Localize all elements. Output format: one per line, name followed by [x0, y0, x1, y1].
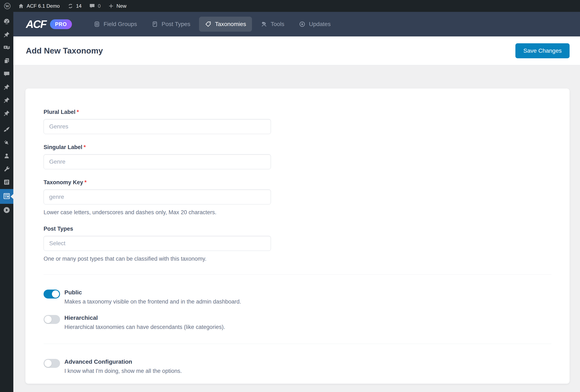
- taxonomy-key-helper: Lower case letters, underscores and dash…: [44, 209, 552, 216]
- sidebar-item-media[interactable]: [0, 41, 13, 55]
- sidebar-item-pin-2[interactable]: [0, 81, 13, 94]
- sidebar-item-acf[interactable]: [0, 189, 13, 204]
- field-post-types: Post Types One or many post types that c…: [44, 226, 552, 262]
- wordpress-logo-icon: W: [4, 2, 11, 9]
- pro-badge: PRO: [50, 19, 72, 29]
- public-toggle-description: Makes a taxonomy visible on the frontend…: [64, 298, 241, 305]
- content-area: Plural Label* Singular Label* Taxonomy K…: [13, 65, 580, 392]
- nav-tab-label: Updates: [309, 21, 330, 27]
- plus-icon: [108, 3, 114, 9]
- acf-nav-items: Field Groups Post Types Taxonomies Tools: [88, 17, 336, 32]
- sidebar-item-dashboard[interactable]: [0, 15, 13, 28]
- paintbrush-icon: [3, 126, 10, 134]
- post-types-helper: One or many post types that can be class…: [44, 255, 552, 262]
- comments-bubble-icon: [3, 70, 10, 78]
- acf-header-nav: ACF PRO Field Groups Post Types Taxonomi…: [13, 12, 580, 36]
- page-header: Add New Taxonomy Save Changes: [13, 36, 580, 65]
- public-toggle-label: Public: [64, 289, 241, 296]
- new-label: New: [117, 3, 127, 9]
- nav-tab-tools[interactable]: Tools: [255, 17, 290, 32]
- updates-indicator[interactable]: 14: [64, 0, 85, 12]
- wordpress-menu-button[interactable]: W: [0, 0, 14, 12]
- required-marker: *: [84, 144, 86, 150]
- singular-label-input[interactable]: [44, 154, 271, 169]
- main-area: ACF PRO Field Groups Post Types Taxonomi…: [13, 12, 580, 392]
- update-count: 14: [76, 3, 82, 9]
- sidebar-item-pin-3[interactable]: [0, 94, 13, 107]
- play-circle-icon: [3, 206, 11, 215]
- nav-tab-label: Tools: [271, 21, 284, 27]
- singular-label-text: Singular Label: [44, 144, 82, 150]
- nav-tab-taxonomies[interactable]: Taxonomies: [199, 17, 252, 32]
- sidebar-item-plugins[interactable]: [0, 137, 13, 150]
- wp-admin-bar: W ACF 6.1 Demo 14 0 New: [0, 0, 580, 12]
- acf-logo[interactable]: ACF: [26, 19, 46, 30]
- plural-label-text: Plural Label: [44, 109, 75, 115]
- dashboard-gauge-icon: [3, 18, 10, 26]
- nav-tab-updates[interactable]: Updates: [293, 17, 336, 32]
- taxonomy-key-input[interactable]: [44, 190, 271, 204]
- toggle-row-advanced-configuration: Advanced Configuration I know what I'm d…: [44, 359, 552, 374]
- field-plural-label: Plural Label*: [44, 109, 552, 134]
- advanced-configuration-toggle-description: I know what I'm doing, show me all the o…: [64, 368, 182, 374]
- updates-download-icon: [299, 21, 305, 27]
- toggle-row-hierarchical: Hierarchical Hierarchical taxonomies can…: [44, 314, 552, 330]
- taxonomy-form-card: Plural Label* Singular Label* Taxonomy K…: [25, 89, 570, 384]
- comment-count: 0: [98, 3, 101, 9]
- sidebar-item-video[interactable]: [0, 204, 13, 217]
- wrench-icon: [3, 166, 10, 173]
- post-types-label-text: Post Types: [44, 226, 73, 232]
- sidebar-item-comments[interactable]: [0, 68, 13, 81]
- post-types-select[interactable]: [44, 236, 271, 251]
- updates-refresh-icon: [67, 3, 74, 9]
- nav-tab-label: Taxonomies: [215, 21, 246, 27]
- sidebar-item-settings[interactable]: [0, 176, 13, 189]
- nav-tab-label: Field Groups: [104, 21, 137, 27]
- taxonomy-key-label-text: Taxonomy Key: [44, 179, 83, 186]
- pages-stack-icon: [3, 57, 10, 65]
- sidebar-item-posts[interactable]: [0, 28, 13, 41]
- svg-text:W: W: [5, 4, 9, 8]
- pushpin-icon: [3, 97, 10, 104]
- acf-layout-icon: [3, 192, 11, 201]
- save-changes-button[interactable]: Save Changes: [515, 43, 570, 58]
- nav-tab-field-groups[interactable]: Field Groups: [88, 17, 143, 32]
- sidebar-item-users[interactable]: [0, 150, 13, 163]
- taxonomies-tag-icon: [205, 21, 212, 27]
- settings-sliders-icon: [3, 179, 10, 187]
- hierarchical-toggle[interactable]: [44, 315, 60, 324]
- plug-icon: [3, 139, 10, 147]
- sidebar-item-tools[interactable]: [0, 163, 13, 176]
- field-groups-icon: [94, 21, 100, 27]
- pushpin-icon: [3, 110, 10, 118]
- media-camera-icon: [3, 44, 10, 52]
- nav-tab-post-types[interactable]: Post Types: [146, 17, 196, 32]
- sidebar-item-appearance[interactable]: [0, 123, 13, 137]
- advanced-configuration-toggle[interactable]: [44, 359, 60, 368]
- pushpin-icon: [3, 31, 10, 39]
- new-content-button[interactable]: New: [104, 0, 130, 12]
- advanced-configuration-toggle-label: Advanced Configuration: [64, 359, 182, 365]
- required-marker: *: [77, 109, 79, 115]
- post-types-icon: [151, 21, 158, 27]
- sidebar-item-pages[interactable]: [0, 55, 13, 68]
- hierarchical-toggle-description: Hierarchical taxonomies can have descend…: [64, 324, 225, 330]
- site-name: ACF 6.1 Demo: [27, 3, 60, 9]
- plural-label-input[interactable]: [44, 119, 271, 134]
- section-divider: [44, 344, 552, 344]
- page-title: Add New Taxonomy: [26, 46, 103, 55]
- nav-tab-label: Post Types: [161, 21, 190, 27]
- sidebar-item-pin-4[interactable]: [0, 107, 13, 120]
- pushpin-icon: [3, 84, 10, 91]
- comments-indicator[interactable]: 0: [85, 0, 104, 12]
- user-icon: [3, 152, 10, 160]
- field-taxonomy-key: Taxonomy Key* Lower case letters, unders…: [44, 179, 552, 216]
- required-marker: *: [84, 179, 87, 186]
- site-name-link[interactable]: ACF 6.1 Demo: [14, 0, 64, 12]
- public-toggle[interactable]: [44, 290, 60, 298]
- home-icon: [18, 3, 24, 9]
- comment-bubble-icon: [89, 3, 95, 9]
- wp-admin-menu: [0, 12, 13, 392]
- hierarchical-toggle-label: Hierarchical: [64, 314, 225, 321]
- active-item-notch: [11, 194, 13, 199]
